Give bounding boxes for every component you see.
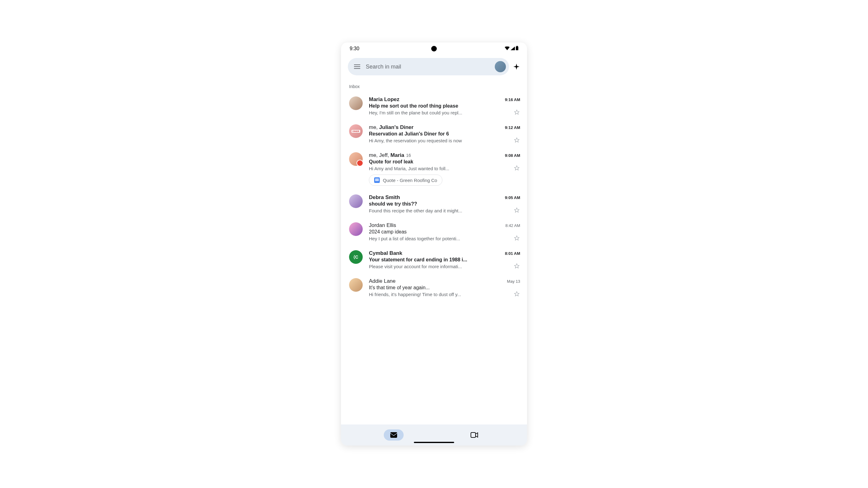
email-header: Maria Lopez9:16 AM [369, 96, 520, 103]
email-snippet: Hi Amy and Maria, Just wanted to foll... [369, 166, 512, 171]
hamburger-menu-icon[interactable] [353, 63, 361, 70]
star-icon[interactable] [514, 110, 520, 116]
email-list[interactable]: Maria Lopez9:16 AMHelp me sort out the r… [341, 92, 527, 424]
email-snippet-row: Hi Amy and Maria, Just wanted to foll... [369, 165, 520, 172]
email-sender: Cymbal Bank [369, 250, 402, 256]
email-snippet-row: Hi friends, it's happening! Time to dust… [369, 291, 520, 297]
email-snippet: Hi Amy, the reservation you requested is… [369, 138, 512, 143]
sender-avatar[interactable] [349, 194, 363, 208]
sender-name: Debra Smith [369, 194, 400, 200]
search-bar[interactable]: Search in mail [348, 58, 509, 75]
attachment-chip[interactable]: Quote - Green Roofing Co [369, 175, 442, 186]
email-time: May 13 [507, 279, 520, 284]
email-item[interactable]: me, Jeff, Maria169:08 AMQuote for roof l… [341, 148, 527, 190]
email-item[interactable]: Jordan Ellis8:42 AM2024 camp ideasHey I … [341, 218, 527, 246]
star-icon[interactable] [514, 263, 520, 269]
svg-rect-1 [516, 47, 518, 50]
email-sender: me, Julian's Diner [369, 124, 413, 130]
sender-name: Maria [391, 152, 404, 158]
email-item[interactable]: Debra Smith9:05 AMshould we try this??Fo… [341, 190, 527, 218]
email-snippet: Hey I put a list of ideas together for p… [369, 236, 512, 241]
email-sender: Maria Lopez [369, 96, 399, 103]
email-header: me, Jeff, Maria169:08 AM [369, 152, 520, 158]
email-time: 9:16 AM [505, 97, 520, 102]
email-snippet-row: Please visit your account for more infor… [369, 263, 520, 269]
sender-prefix: me, Jeff, [369, 152, 391, 158]
email-header: Addie LaneMay 13 [369, 278, 520, 284]
star-icon[interactable] [514, 291, 520, 297]
phone-frame: 9:30 Search in mail Inbox Maria Lopez [341, 42, 527, 446]
attachment-label: Quote - Green Roofing Co [383, 178, 437, 183]
email-content: me, Julian's Diner9:12 AMReservation at … [369, 124, 520, 144]
email-snippet: Please visit your account for more infor… [369, 264, 512, 269]
svg-rect-5 [390, 432, 397, 438]
profile-avatar[interactable] [495, 61, 506, 72]
email-item[interactable]: me, Julian's Diner9:12 AMReservation at … [341, 120, 527, 148]
doc-icon [374, 177, 380, 183]
sender-avatar[interactable] [349, 250, 363, 264]
battery-icon [516, 46, 518, 52]
email-content: Cymbal Bank8:01 AMYour statement for car… [369, 250, 520, 269]
sparkle-icon[interactable] [513, 63, 520, 70]
email-header: Cymbal Bank8:01 AM [369, 250, 520, 256]
section-label: Inbox [341, 79, 527, 92]
nav-meet[interactable] [464, 429, 484, 440]
sender-avatar[interactable] [349, 278, 363, 292]
email-content: Maria Lopez9:16 AMHelp me sort out the r… [369, 96, 520, 116]
sender-avatar[interactable] [349, 96, 363, 110]
svg-rect-6 [471, 432, 475, 437]
email-content: me, Jeff, Maria169:08 AMQuote for roof l… [369, 152, 520, 186]
email-subject: Help me sort out the roof thing please [369, 103, 520, 109]
sender-name: Addie Lane [369, 278, 396, 284]
wifi-icon [505, 46, 509, 52]
email-content: Jordan Ellis8:42 AM2024 camp ideasHey I … [369, 222, 520, 242]
svg-rect-0 [517, 46, 518, 47]
search-placeholder: Search in mail [366, 64, 490, 70]
star-icon[interactable] [514, 207, 520, 214]
email-sender: me, Jeff, Maria16 [369, 152, 411, 158]
email-time: 9:08 AM [505, 153, 520, 158]
video-icon [471, 432, 478, 438]
sender-name: Julian's Diner [379, 124, 413, 130]
sender-avatar[interactable] [349, 152, 363, 166]
status-bar: 9:30 [341, 42, 527, 55]
search-row: Search in mail [341, 55, 527, 79]
email-snippet-row: Hey I put a list of ideas together for p… [369, 235, 520, 242]
email-snippet: Hey, I'm still on the plane but could yo… [369, 110, 512, 115]
signal-icon [510, 46, 515, 52]
email-snippet-row: Hey, I'm still on the plane but could yo… [369, 110, 520, 116]
email-subject: Reservation at Julian's Diner for 6 [369, 131, 520, 137]
sender-name: Cymbal Bank [369, 250, 402, 256]
home-indicator[interactable] [414, 442, 454, 443]
email-sender: Debra Smith [369, 194, 400, 201]
email-subject: Quote for roof leak [369, 159, 520, 164]
email-snippet: Found this recipe the other day and it m… [369, 208, 512, 213]
star-icon[interactable] [514, 235, 520, 242]
email-item[interactable]: Addie LaneMay 13It's that time of year a… [341, 274, 527, 302]
sender-avatar[interactable] [349, 222, 363, 236]
email-item[interactable]: Cymbal Bank8:01 AMYour statement for car… [341, 246, 527, 274]
thread-count: 16 [406, 153, 411, 158]
email-time: 9:05 AM [505, 195, 520, 200]
email-item[interactable]: Maria Lopez9:16 AMHelp me sort out the r… [341, 92, 527, 120]
camera-notch [431, 46, 437, 52]
email-time: 8:42 AM [505, 223, 520, 228]
email-subject: Your statement for card ending in 1988 i… [369, 257, 520, 263]
email-content: Addie LaneMay 13It's that time of year a… [369, 278, 520, 297]
email-time: 9:12 AM [505, 125, 520, 130]
sender-name: Jordan Ellis [369, 222, 396, 228]
email-header: Debra Smith9:05 AM [369, 194, 520, 201]
status-icons [505, 46, 518, 52]
email-subject: should we try this?? [369, 201, 520, 207]
star-icon[interactable] [514, 138, 520, 144]
email-subject: It's that time of year again... [369, 285, 520, 291]
email-snippet-row: Hi Amy, the reservation you requested is… [369, 138, 520, 144]
email-header: Jordan Ellis8:42 AM [369, 222, 520, 228]
nav-mail[interactable] [384, 429, 404, 440]
email-content: Debra Smith9:05 AMshould we try this??Fo… [369, 194, 520, 214]
sender-name: Maria Lopez [369, 96, 399, 102]
email-snippet: Hi friends, it's happening! Time to dust… [369, 292, 512, 297]
sender-avatar[interactable] [349, 124, 363, 138]
star-icon[interactable] [514, 165, 520, 172]
sender-prefix: me, [369, 124, 379, 130]
